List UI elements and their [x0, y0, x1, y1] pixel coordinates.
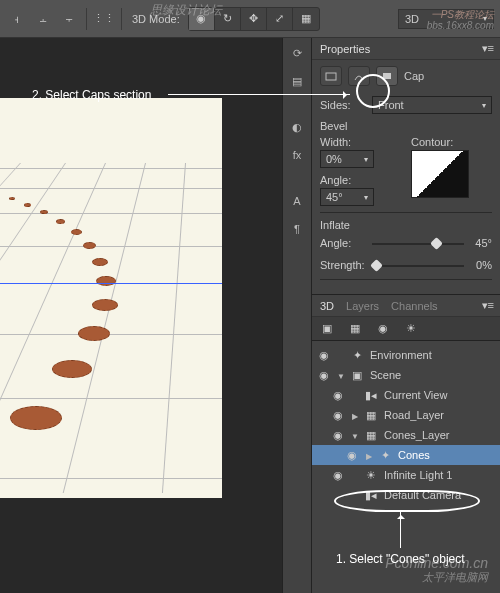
scale-icon[interactable]: ▦ [293, 8, 319, 30]
annotation-caps: 2. Select Caps section [32, 88, 151, 102]
strength-slider[interactable]: 0% [372, 259, 492, 273]
eye-icon[interactable]: ◉ [316, 369, 332, 382]
workspace-value: 3D [405, 13, 419, 25]
scene-item-infinite-light[interactable]: ◉☀Infinite Light 1 [312, 465, 500, 485]
bevel-title: Bevel [320, 120, 492, 132]
eye-icon[interactable]: ◉ [344, 449, 360, 462]
eye-icon[interactable]: ◉ [330, 409, 346, 422]
filter-material-icon[interactable]: ◉ [376, 322, 390, 336]
cap-tab[interactable] [376, 66, 398, 86]
3d-panel-header: 3D Layers Channels ▾≡ [312, 295, 500, 317]
chevron-down-icon: ▾ [482, 101, 486, 110]
svg-rect-0 [326, 73, 336, 80]
scene-item-current-view[interactable]: ◉▮◂Current View [312, 385, 500, 405]
watermark: bbs.16xx8.com [427, 20, 494, 31]
cone-shape [92, 299, 118, 311]
swatches-icon[interactable]: ▤ [288, 72, 306, 90]
filter-light-icon[interactable]: ☀ [404, 322, 418, 336]
sides-dropdown[interactable]: Front ▾ [372, 96, 492, 114]
pan-icon[interactable]: ✥ [241, 8, 267, 30]
strength-label: Strength: [320, 259, 366, 271]
annotation-cones: 1. Select "Cones" object [336, 552, 465, 566]
scene-item-cones[interactable]: ◉✦Cones [312, 445, 500, 465]
chevron-down-icon: ▾ [364, 193, 368, 202]
cone-shape [56, 219, 65, 224]
right-panels: Properties ▾≡ Cap Sides: Front ▾ Bevel W… [312, 38, 500, 593]
width-value: 0% [326, 153, 342, 165]
align-left-icon[interactable]: ⫞ [6, 8, 28, 30]
cone-shape [96, 276, 116, 286]
strength-value: 0% [466, 259, 492, 271]
character-icon[interactable]: A [288, 192, 306, 210]
width-input[interactable]: 0% ▾ [320, 150, 374, 168]
collapsed-panel-strip: ⟳ ▤ ◐ fx A ¶ [282, 38, 312, 593]
eye-icon[interactable]: ◉ [330, 389, 346, 402]
panel-menu-icon[interactable]: ▾≡ [482, 299, 494, 312]
eye-icon[interactable]: ◉ [330, 429, 346, 442]
scene-item-scene[interactable]: ◉▣Scene [312, 365, 500, 385]
cone-shape [83, 242, 96, 249]
inflate-angle-slider[interactable]: 45° [372, 237, 492, 251]
styles-icon[interactable]: fx [288, 146, 306, 164]
properties-panel: Cap Sides: Front ▾ Bevel Width: 0% ▾ Ang… [312, 60, 500, 294]
arrow-cones [400, 512, 401, 548]
svg-rect-1 [383, 73, 391, 79]
slide-icon[interactable]: ⤢ [267, 8, 293, 30]
tab-channels[interactable]: Channels [391, 300, 437, 312]
scene-item-default-camera[interactable]: ▮◂Default Camera [312, 485, 500, 505]
canvas-area [0, 38, 282, 593]
filter-mesh-icon[interactable]: ▦ [348, 322, 362, 336]
separator [121, 8, 122, 30]
separator [86, 8, 87, 30]
cone-shape [92, 258, 108, 266]
cone-shape [40, 210, 48, 214]
angle-value: 45° [326, 191, 343, 203]
chevron-down-icon: ▾ [364, 155, 368, 164]
watermark: 太平洋电脑网 [422, 570, 488, 585]
3d-viewport[interactable] [0, 98, 222, 498]
cone-shape [52, 360, 92, 378]
mesh-tab[interactable] [320, 66, 342, 86]
angle-label: Angle: [320, 174, 401, 186]
3d-panel: 3D Layers Channels ▾≡ ▣ ▦ ◉ ☀ ◉✦Environm… [312, 294, 500, 593]
deform-tab[interactable] [348, 66, 370, 86]
panel-menu-icon[interactable]: ▾≡ [482, 42, 494, 55]
paragraph-icon[interactable]: ¶ [288, 220, 306, 238]
contour-picker[interactable] [411, 150, 469, 198]
distribute-icon[interactable]: ⋮⋮ [93, 8, 115, 30]
arrow-caps [168, 94, 350, 95]
cap-label: Cap [404, 70, 424, 82]
inflate-angle-label: Angle: [320, 237, 366, 249]
angle-input[interactable]: 45° ▾ [320, 188, 374, 206]
cone-shape [71, 229, 82, 235]
adjustments-icon[interactable]: ◐ [288, 118, 306, 136]
properties-tab[interactable]: Properties [320, 43, 370, 55]
cone-shape [9, 197, 15, 200]
history-icon[interactable]: ⟳ [288, 44, 306, 62]
cone-shape [24, 203, 31, 207]
watermark: 思缘设计论坛 [150, 2, 222, 19]
sides-label: Sides: [320, 99, 366, 111]
tab-layers[interactable]: Layers [346, 300, 379, 312]
filter-scene-icon[interactable]: ▣ [320, 322, 334, 336]
scene-tree: ◉✦Environment ◉▣Scene ◉▮◂Current View ◉▦… [312, 341, 500, 509]
scene-item-environment[interactable]: ◉✦Environment [312, 345, 500, 365]
inflate-angle-value: 45° [466, 237, 492, 249]
width-label: Width: [320, 136, 401, 148]
scene-item-cones-layer[interactable]: ◉▦Cones_Layer [312, 425, 500, 445]
options-bar: ⫞ ⫠ ⫟ ⋮⋮ 3D Mode: ◉ ↻ ✥ ⤢ ▦ 3D ▾ [0, 0, 500, 38]
properties-header: Properties ▾≡ [312, 38, 500, 60]
3d-filter-row: ▣ ▦ ◉ ☀ [312, 317, 500, 341]
tab-3d[interactable]: 3D [320, 300, 334, 312]
align-right-icon[interactable]: ⫟ [58, 8, 80, 30]
eye-icon[interactable]: ◉ [330, 469, 346, 482]
contour-label: Contour: [411, 136, 492, 148]
align-center-icon[interactable]: ⫠ [32, 8, 54, 30]
sides-value: Front [378, 99, 404, 111]
eye-icon[interactable]: ◉ [316, 349, 332, 362]
inflate-title: Inflate [320, 219, 492, 231]
scene-item-road-layer[interactable]: ◉▦Road_Layer [312, 405, 500, 425]
cone-shape [78, 326, 110, 341]
cone-shape [10, 406, 62, 430]
